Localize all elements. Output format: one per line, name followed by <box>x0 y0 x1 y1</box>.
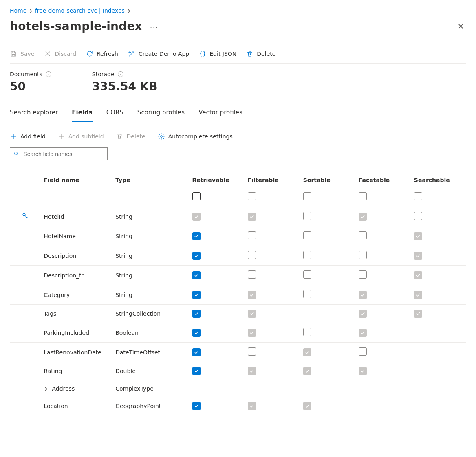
checkbox[interactable] <box>303 212 311 220</box>
checkbox[interactable] <box>359 347 367 356</box>
checkbox[interactable] <box>303 290 311 298</box>
info-icon[interactable]: i <box>46 71 51 77</box>
search-icon <box>13 151 19 157</box>
delete-field-button[interactable]: Delete <box>116 133 145 140</box>
checkbox[interactable] <box>248 270 256 279</box>
checkbox[interactable] <box>248 329 256 337</box>
autocomplete-settings-button[interactable]: Autocomplete settings <box>158 133 233 140</box>
table-row[interactable]: Rating Double <box>10 362 466 380</box>
checkbox[interactable] <box>248 213 256 221</box>
info-icon[interactable]: i <box>118 71 123 77</box>
checkbox[interactable] <box>192 192 201 200</box>
checkbox[interactable] <box>303 367 311 375</box>
more-actions-button[interactable]: ··· <box>150 24 159 32</box>
table-row[interactable]: Description String <box>10 246 466 266</box>
edit-json-button[interactable]: Edit JSON <box>199 50 236 57</box>
checkbox[interactable] <box>248 251 256 259</box>
checkbox[interactable] <box>303 348 311 356</box>
field-name: LastRenovationDate <box>44 349 101 356</box>
checkbox[interactable] <box>248 402 256 410</box>
checkbox[interactable] <box>303 251 311 259</box>
checkbox[interactable] <box>414 310 422 318</box>
tab-bar: Search explorer Fields CORS Scoring prof… <box>10 105 466 122</box>
checkbox[interactable] <box>192 291 201 299</box>
checkbox[interactable] <box>359 251 367 259</box>
checkbox[interactable] <box>192 232 201 240</box>
field-type: DateTimeOffset <box>112 343 189 362</box>
checkbox[interactable] <box>248 291 256 299</box>
search-input[interactable] <box>22 150 104 158</box>
create-demo-app-button[interactable]: Create Demo App <box>128 50 189 57</box>
save-label: Save <box>20 51 34 57</box>
checkbox[interactable] <box>359 291 367 299</box>
add-subfield-button[interactable]: Add subfield <box>58 133 104 140</box>
col-facetable: Facetable <box>355 172 411 187</box>
key-icon <box>22 214 29 221</box>
checkbox[interactable] <box>303 231 311 239</box>
checkbox[interactable] <box>414 212 422 220</box>
checkbox[interactable] <box>414 291 422 299</box>
page-title: hotels-sample-index <box>10 20 142 33</box>
tab-scoring-profiles[interactable]: Scoring profiles <box>137 105 185 122</box>
tab-vector-profiles[interactable]: Vector profiles <box>198 105 242 122</box>
breadcrumb-service[interactable]: free-demo-search-svc | Indexes <box>35 7 125 14</box>
checkbox[interactable] <box>303 328 311 336</box>
checkbox[interactable] <box>359 231 367 239</box>
delete-button[interactable]: Delete <box>246 50 275 57</box>
checkbox[interactable] <box>414 232 422 240</box>
plus-icon <box>10 133 17 140</box>
col-sortable: Sortable <box>300 172 355 187</box>
table-row[interactable]: Category String <box>10 285 466 305</box>
checkbox[interactable] <box>359 270 367 279</box>
checkbox[interactable] <box>248 347 256 356</box>
checkbox[interactable] <box>359 213 367 221</box>
add-field-button[interactable]: Add field <box>10 133 46 140</box>
stats-row: Documents i 50 Storage i 335.54 KB <box>10 71 466 93</box>
refresh-button[interactable]: Refresh <box>86 50 118 57</box>
table-row[interactable]: ❯Address ComplexType <box>10 380 466 397</box>
create-app-label: Create Demo App <box>139 51 189 57</box>
checkbox[interactable] <box>359 329 367 337</box>
checkbox[interactable] <box>248 367 256 375</box>
checkbox[interactable] <box>359 367 367 375</box>
field-type: GeographyPoint <box>112 397 189 415</box>
add-subfield-label: Add subfield <box>68 133 104 140</box>
table-row[interactable]: ParkingIncluded Boolean <box>10 323 466 343</box>
field-type: Double <box>112 362 189 380</box>
table-row[interactable]: Tags StringCollection <box>10 305 466 323</box>
checkbox[interactable] <box>248 192 256 200</box>
checkbox[interactable] <box>248 310 256 318</box>
checkbox[interactable] <box>414 252 422 260</box>
checkbox[interactable] <box>192 402 201 410</box>
checkbox[interactable] <box>192 252 201 260</box>
checkbox[interactable] <box>192 310 201 318</box>
breadcrumb-home[interactable]: Home <box>10 7 26 14</box>
checkbox[interactable] <box>192 367 201 375</box>
chevron-right-icon[interactable]: ❯ <box>44 386 48 391</box>
checkbox[interactable] <box>303 270 311 279</box>
tab-cors[interactable]: CORS <box>106 105 123 122</box>
table-row[interactable]: HotelId String <box>10 207 466 226</box>
checkbox[interactable] <box>303 402 311 410</box>
tab-fields[interactable]: Fields <box>72 105 92 122</box>
close-button[interactable]: ✕ <box>455 20 466 33</box>
checkbox[interactable] <box>192 348 201 356</box>
autocomplete-label: Autocomplete settings <box>168 133 233 140</box>
search-field-names[interactable] <box>10 147 108 160</box>
table-row[interactable]: Description_fr String <box>10 266 466 285</box>
checkbox[interactable] <box>414 271 422 279</box>
save-button[interactable]: Save <box>10 50 34 57</box>
checkbox[interactable] <box>414 192 422 200</box>
discard-button[interactable]: Discard <box>44 50 76 57</box>
table-row[interactable]: HotelName String <box>10 226 466 246</box>
checkbox[interactable] <box>192 271 201 279</box>
table-row[interactable]: LastRenovationDate DateTimeOffset <box>10 343 466 362</box>
table-row[interactable]: Location GeographyPoint <box>10 397 466 415</box>
checkbox[interactable] <box>192 329 201 337</box>
checkbox[interactable] <box>248 231 256 239</box>
checkbox[interactable] <box>192 213 201 221</box>
checkbox[interactable] <box>359 192 367 200</box>
checkbox[interactable] <box>359 310 367 318</box>
checkbox[interactable] <box>303 192 311 200</box>
tab-search-explorer[interactable]: Search explorer <box>10 105 58 122</box>
